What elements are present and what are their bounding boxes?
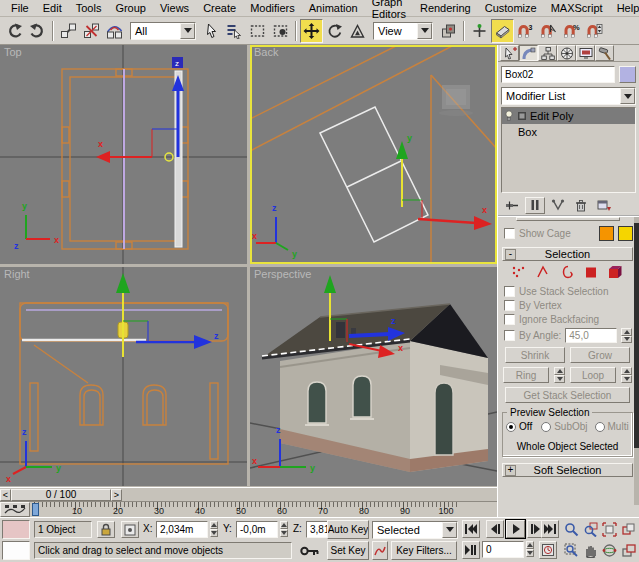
- viewport-top[interactable]: x z y x z Top: [0, 45, 247, 264]
- select-by-name-button[interactable]: [223, 19, 246, 43]
- maxscript-mini-listener-macro-row[interactable]: [2, 520, 30, 539]
- use-stack-selection-checkbox[interactable]: [504, 286, 515, 297]
- soft-selection-rollout-header[interactable]: + Soft Selection: [502, 463, 633, 477]
- make-unique-button[interactable]: [548, 197, 568, 214]
- tab-hierarchy[interactable]: [538, 45, 557, 61]
- selection-lock-toggle-button[interactable]: [97, 521, 115, 538]
- remove-modifier-button[interactable]: [571, 197, 591, 214]
- show-cage-checkbox[interactable]: [504, 228, 515, 239]
- pan-view-button[interactable]: [581, 541, 599, 559]
- zoom-extents-all-button[interactable]: [619, 520, 637, 538]
- tab-modify[interactable]: [519, 45, 538, 61]
- key-mode-toggle-button[interactable]: [462, 541, 480, 559]
- element-subobject-button[interactable]: [607, 265, 624, 281]
- track-bar-ruler[interactable]: 0 10 20 30 40 50 60 70 80 90 100: [30, 502, 497, 517]
- frame-spinner[interactable]: [524, 541, 535, 557]
- undo-button[interactable]: [3, 19, 26, 43]
- menu-views[interactable]: Views: [153, 1, 196, 15]
- dropdown-arrow-icon[interactable]: [620, 88, 635, 104]
- by-angle-field[interactable]: 45,0: [565, 328, 617, 343]
- selection-rollout-header[interactable]: - Selection: [502, 247, 633, 261]
- dropdown-arrow-icon[interactable]: [442, 522, 457, 538]
- select-and-rotate-button[interactable]: [323, 19, 346, 43]
- tab-create[interactable]: [500, 45, 519, 61]
- viewport-perspective[interactable]: z x z x y Perspective: [250, 267, 497, 486]
- menu-create[interactable]: Create: [196, 1, 243, 15]
- menu-file[interactable]: File: [4, 1, 36, 15]
- track-bar-frame-handle[interactable]: [32, 503, 39, 516]
- show-end-result-button[interactable]: [525, 197, 545, 214]
- window-crossing-toggle-button[interactable]: [269, 19, 292, 43]
- angle-snap-button[interactable]: [537, 19, 560, 43]
- play-animation-button[interactable]: [506, 520, 525, 538]
- time-configuration-button[interactable]: [539, 541, 557, 559]
- next-frame-slider-button[interactable]: >: [111, 489, 122, 501]
- go-to-end-button[interactable]: [541, 520, 559, 538]
- preview-off-radio[interactable]: [506, 422, 516, 432]
- zoom-extents-button[interactable]: [600, 520, 618, 538]
- open-mini-curve-editor-button[interactable]: [0, 502, 30, 517]
- modifier-list-dropdown[interactable]: Modifier List: [501, 87, 636, 105]
- shrink-button[interactable]: Shrink: [505, 347, 565, 363]
- polygon-subobject-button[interactable]: [583, 265, 600, 281]
- tab-display[interactable]: [576, 45, 595, 61]
- select-object-button[interactable]: [200, 19, 223, 43]
- set-key-button[interactable]: Set Key: [327, 541, 369, 560]
- dropdown-arrow-icon[interactable]: [417, 23, 432, 39]
- object-name-field[interactable]: Box02: [501, 66, 615, 83]
- get-stack-selection-button[interactable]: Get Stack Selection: [505, 387, 630, 403]
- object-color-swatch[interactable]: [619, 66, 636, 83]
- right-viewport-canvas[interactable]: z z x y: [0, 267, 247, 486]
- grow-button[interactable]: Grow: [570, 347, 630, 363]
- y-spinner[interactable]: [278, 521, 289, 537]
- selection-filter-dropdown[interactable]: All: [130, 22, 196, 40]
- menu-maxscript[interactable]: MAXScript: [544, 1, 610, 15]
- previous-frame-slider-button[interactable]: <: [0, 489, 11, 501]
- percent-snap-button[interactable]: %: [560, 19, 583, 43]
- preview-multi-radio[interactable]: [595, 422, 605, 432]
- current-frame-field[interactable]: 0: [482, 541, 524, 558]
- bind-to-space-warp-button[interactable]: [103, 19, 126, 43]
- loop-spinner[interactable]: [621, 367, 632, 383]
- menu-group[interactable]: Group: [108, 1, 153, 15]
- tab-utilities[interactable]: [595, 45, 614, 61]
- menu-help[interactable]: Help: [610, 1, 639, 15]
- vertex-subobject-button[interactable]: [511, 265, 528, 281]
- y-coordinate-field[interactable]: -0,0m: [236, 521, 278, 538]
- absolute-offset-mode-button[interactable]: [121, 521, 139, 538]
- x-spinner[interactable]: [208, 521, 219, 537]
- dropdown-arrow-icon[interactable]: [180, 23, 195, 39]
- edge-subobject-button[interactable]: [535, 265, 552, 281]
- arc-rotate-button[interactable]: [600, 541, 618, 559]
- menu-graph-editors[interactable]: Graph Editors: [365, 0, 413, 21]
- key-filters-button[interactable]: Key Filters...: [391, 541, 457, 560]
- ring-spinner[interactable]: [554, 367, 565, 383]
- by-vertex-checkbox[interactable]: [504, 300, 515, 311]
- viewport-label-top[interactable]: Top: [4, 46, 22, 58]
- pin-stack-button[interactable]: [502, 197, 522, 214]
- go-to-start-button[interactable]: [462, 520, 480, 538]
- rollout-scrollbar[interactable]: [634, 217, 639, 505]
- menu-tools[interactable]: Tools: [69, 1, 109, 15]
- x-coordinate-field[interactable]: 2,034m: [156, 521, 208, 538]
- menu-edit[interactable]: Edit: [36, 1, 69, 15]
- viewport-label-back[interactable]: Back: [254, 46, 278, 58]
- redo-button[interactable]: [26, 19, 49, 43]
- menu-animation[interactable]: Animation: [302, 1, 365, 15]
- zoom-button[interactable]: [562, 520, 580, 538]
- previous-frame-button[interactable]: [486, 520, 504, 538]
- partially-scrolled-button[interactable]: [516, 217, 620, 221]
- loop-button[interactable]: Loop: [570, 367, 616, 383]
- maximize-viewport-toggle-button[interactable]: [619, 541, 637, 559]
- menu-rendering[interactable]: Rendering: [413, 1, 478, 15]
- key-mode-dropdown[interactable]: Selected: [372, 520, 458, 539]
- perspective-viewport-canvas[interactable]: z x z x y: [250, 267, 497, 486]
- reference-coordinate-system-dropdown[interactable]: View: [373, 22, 433, 40]
- visibility-bulb-icon[interactable]: [504, 110, 514, 122]
- menu-modifiers[interactable]: Modifiers: [243, 1, 302, 15]
- preview-subobj-radio[interactable]: [541, 422, 551, 432]
- select-and-move-button[interactable]: [300, 19, 323, 43]
- configure-modifier-sets-button[interactable]: [594, 197, 614, 214]
- border-subobject-button[interactable]: [559, 265, 576, 281]
- select-and-scale-button[interactable]: [346, 19, 369, 43]
